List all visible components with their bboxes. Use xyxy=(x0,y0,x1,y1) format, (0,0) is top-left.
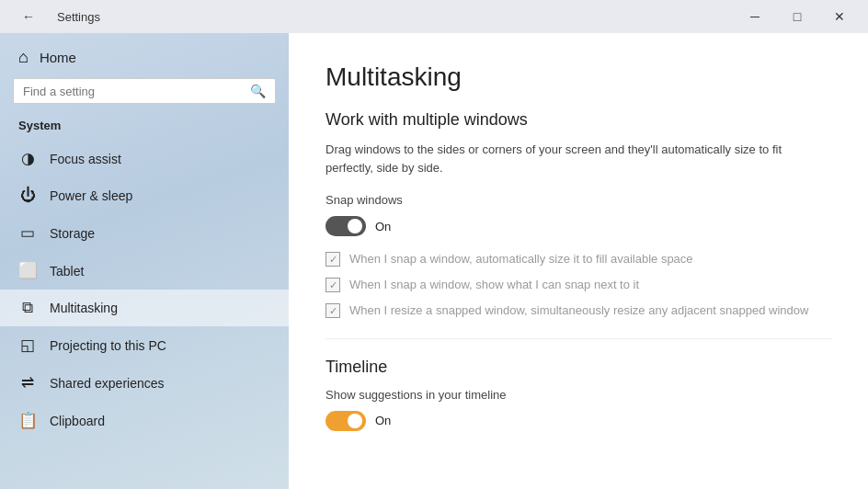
search-icon: 🔍 xyxy=(250,84,266,98)
checkbox-label-3: When I resize a snapped window, simultan… xyxy=(349,302,808,319)
main-area: ⌂ Home 🔍 System ◑ Focus assist ⏻ Power &… xyxy=(0,33,868,489)
section2-heading: Timeline xyxy=(326,358,831,377)
sidebar-item-label-tablet: Tablet xyxy=(50,264,84,279)
checkbox-row-2: ✓ When I snap a window, show what I can … xyxy=(326,277,831,293)
sidebar-item-power-sleep[interactable]: ⏻ Power & sleep xyxy=(0,177,289,214)
section1-description: Drag windows to the sides or corners of … xyxy=(326,141,831,176)
sidebar-item-projecting[interactable]: ◱ Projecting to this PC xyxy=(0,326,289,364)
focus-assist-icon: ◑ xyxy=(18,149,37,168)
section-divider xyxy=(326,338,831,339)
shared-experiences-icon: ⇌ xyxy=(18,373,37,392)
checkbox-row-3: ✓ When I resize a snapped window, simult… xyxy=(326,302,831,319)
sidebar-item-label-power-sleep: Power & sleep xyxy=(50,188,132,203)
checkbox-row-1: ✓ When I snap a window, automatically si… xyxy=(326,251,831,267)
sidebar-item-label-multitasking: Multitasking xyxy=(50,301,118,315)
timeline-toggle-knob xyxy=(348,414,362,428)
sidebar-item-label-storage: Storage xyxy=(50,226,95,241)
snap-toggle[interactable] xyxy=(326,216,366,236)
checkbox-2[interactable]: ✓ xyxy=(326,278,340,292)
sidebar-item-shared-experiences[interactable]: ⇌ Shared experiences xyxy=(0,364,289,402)
title-bar-left: ← Settings xyxy=(7,0,100,33)
sidebar-item-clipboard[interactable]: 📋 Clipboard xyxy=(0,402,289,439)
multitasking-icon: ⧉ xyxy=(18,299,37,317)
sidebar-item-home[interactable]: ⌂ Home xyxy=(0,33,289,78)
close-button[interactable]: ✕ xyxy=(818,0,861,33)
suggestions-label: Show suggestions in your timeline xyxy=(326,388,831,402)
timeline-toggle-label: On xyxy=(375,414,391,427)
checkbox-label-2: When I snap a window, show what I can sn… xyxy=(349,277,639,293)
checkmark-3: ✓ xyxy=(329,305,337,317)
checkbox-1[interactable]: ✓ xyxy=(326,252,340,267)
snap-toggle-row: On xyxy=(326,216,831,236)
checkmark-2: ✓ xyxy=(329,279,337,291)
sidebar: ⌂ Home 🔍 System ◑ Focus assist ⏻ Power &… xyxy=(0,33,289,489)
back-button[interactable]: ← xyxy=(7,0,50,33)
projecting-icon: ◱ xyxy=(18,335,37,355)
minimize-button[interactable]: ─ xyxy=(734,0,776,33)
maximize-button[interactable]: □ xyxy=(776,0,818,33)
snap-toggle-knob xyxy=(348,219,362,233)
title-bar-controls: ─ □ ✕ xyxy=(734,0,861,33)
sidebar-item-storage[interactable]: ▭ Storage xyxy=(0,214,289,252)
sidebar-item-multitasking[interactable]: ⧉ Multitasking xyxy=(0,290,289,326)
snap-windows-label: Snap windows xyxy=(326,193,831,207)
clipboard-icon: 📋 xyxy=(18,411,37,430)
search-box[interactable]: 🔍 xyxy=(13,78,276,104)
home-label: Home xyxy=(40,50,76,65)
content-area: Multitasking Work with multiple windows … xyxy=(289,33,868,489)
timeline-toggle-row: On xyxy=(326,411,831,431)
home-icon: ⌂ xyxy=(18,48,29,67)
checkbox-label-1: When I snap a window, automatically size… xyxy=(349,251,693,267)
search-input[interactable] xyxy=(23,85,250,98)
checkmark-1: ✓ xyxy=(329,254,337,266)
sidebar-item-label-focus-assist: Focus assist xyxy=(50,152,121,166)
title-bar-title: Settings xyxy=(57,10,100,24)
power-sleep-icon: ⏻ xyxy=(18,187,37,205)
sidebar-section-label: System xyxy=(0,115,289,140)
timeline-toggle[interactable] xyxy=(326,411,366,431)
page-title: Multitasking xyxy=(326,63,831,92)
sidebar-item-label-shared-experiences: Shared experiences xyxy=(50,376,165,391)
tablet-icon: ⬜ xyxy=(18,261,37,280)
title-bar: ← Settings ─ □ ✕ xyxy=(0,0,868,33)
sidebar-item-tablet[interactable]: ⬜ Tablet xyxy=(0,252,289,290)
storage-icon: ▭ xyxy=(18,223,37,243)
sidebar-item-label-clipboard: Clipboard xyxy=(50,414,105,428)
section1-heading: Work with multiple windows xyxy=(326,110,831,130)
sidebar-item-label-projecting: Projecting to this PC xyxy=(50,338,166,353)
snap-toggle-label: On xyxy=(375,220,391,233)
sidebar-item-focus-assist[interactable]: ◑ Focus assist xyxy=(0,140,289,177)
checkbox-3[interactable]: ✓ xyxy=(326,303,340,318)
